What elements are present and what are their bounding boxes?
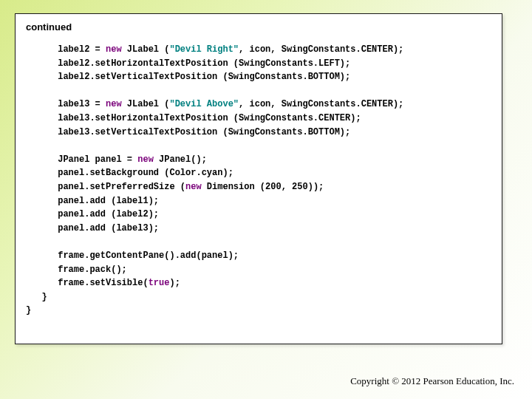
code-text: JLabel ( — [122, 44, 170, 55]
string-literal: "Devil Above" — [169, 99, 239, 109]
code-line: label3.setHorizontalTextPosition (SwingC… — [26, 113, 361, 123]
code-line: panel.add (label1); — [26, 196, 159, 206]
string-literal: "Devil Right" — [169, 44, 239, 55]
code-text: Dimension (200, 250)); — [202, 182, 324, 192]
code-line: label2 = — [26, 44, 106, 55]
code-line: panel.setBackground (Color.cyan); — [26, 168, 233, 178]
code-line: } — [26, 305, 31, 316]
continued-label: continued — [26, 21, 491, 33]
code-text: , icon, SwingConstants.CENTER); — [239, 99, 403, 109]
code-line: label3 = — [26, 99, 106, 109]
code-block: label2 = new JLabel ("Devil Right", icon… — [26, 43, 491, 318]
code-line: frame.setVisible( — [26, 278, 149, 288]
code-line: label2.setHorizontalTextPosition (SwingC… — [26, 58, 350, 69]
keyword-new: new — [185, 182, 202, 192]
keyword-new: new — [137, 154, 154, 165]
keyword-new: new — [106, 99, 122, 109]
code-line: panel.add (label3); — [26, 223, 159, 233]
keyword-true: true — [149, 278, 170, 288]
code-line: frame.pack(); — [26, 265, 127, 275]
code-line: panel.add (label2); — [26, 209, 159, 219]
code-text: JLabel ( — [122, 99, 170, 109]
code-text: ); — [169, 278, 180, 288]
code-panel: continued label2 = new JLabel ("Devil Ri… — [15, 13, 502, 344]
keyword-new: new — [106, 44, 122, 55]
code-text: , icon, SwingConstants.CENTER); — [239, 44, 403, 55]
code-line: frame.getContentPane().add(panel); — [26, 250, 239, 261]
code-text: JPanel(); — [154, 154, 207, 165]
copyright-text: Copyright © 2012 Pearson Education, Inc. — [350, 375, 514, 387]
code-line: label3.setVerticalTextPosition (SwingCon… — [26, 127, 350, 137]
code-line: panel.setPreferredSize ( — [26, 182, 185, 192]
code-line: label2.setVerticalTextPosition (SwingCon… — [26, 72, 350, 82]
code-line: JPanel panel = — [26, 154, 137, 165]
code-line: } — [26, 292, 47, 302]
